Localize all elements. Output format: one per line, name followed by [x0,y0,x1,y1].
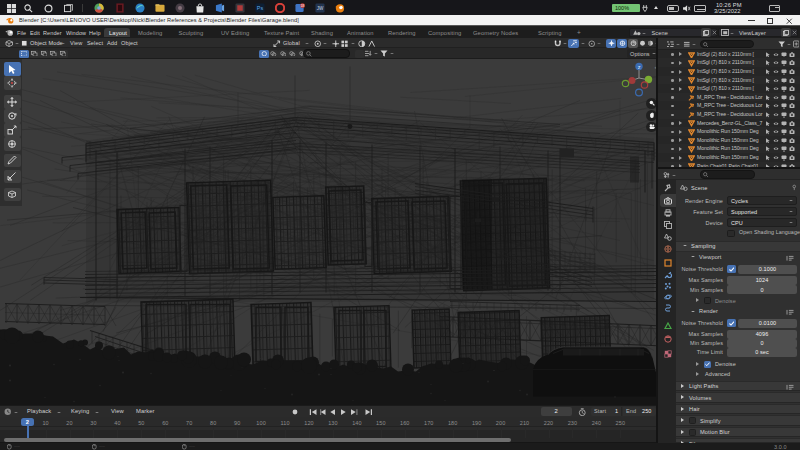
svg-text:z: z [638,64,641,70]
svg-text:18: 18 [301,4,305,8]
svg-text:Ps: Ps [257,5,264,11]
svg-text:JW: JW [317,6,324,11]
